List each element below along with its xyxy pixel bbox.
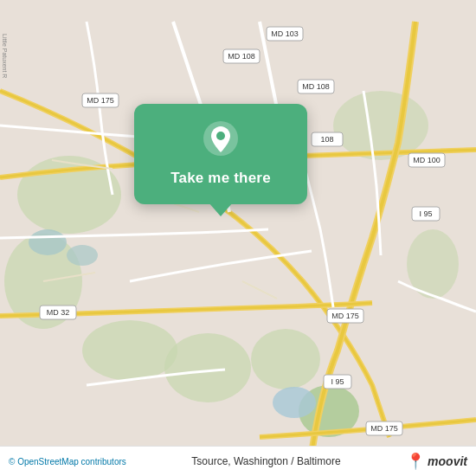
svg-text:MD 100: MD 100 [413, 156, 441, 164]
moovit-pin-icon: 📍 [406, 453, 425, 469]
svg-text:MD 108: MD 108 [228, 52, 255, 61]
osm-link[interactable]: OpenStreetMap contributors [17, 457, 126, 466]
svg-text:MD 175: MD 175 [331, 312, 359, 320]
svg-point-11 [273, 387, 316, 418]
svg-text:108: 108 [320, 135, 333, 144]
bottom-bar: © OpenStreetMap contributors Tsource, Wa… [0, 446, 476, 476]
location-label: Tsource, Washington / Baltimore [191, 455, 340, 467]
svg-point-3 [82, 320, 177, 381]
attribution: © OpenStreetMap contributors [9, 457, 126, 466]
take-me-there-button[interactable]: Take me there [164, 166, 278, 190]
svg-text:MD 175: MD 175 [87, 96, 114, 105]
popup-card: Take me there [134, 104, 307, 204]
location-pin-icon [202, 119, 240, 158]
map-container: MD 103 MD 108 MD 108 MD 175 108 MD 100 I… [0, 0, 476, 476]
svg-point-36 [216, 132, 225, 140]
moovit-brand-text: moovit [428, 454, 467, 468]
map-svg: MD 103 MD 108 MD 108 MD 175 108 MD 100 I… [0, 0, 476, 476]
svg-text:MD 108: MD 108 [302, 82, 330, 91]
svg-text:MD 103: MD 103 [271, 29, 299, 38]
svg-text:Little Patuxent R: Little Patuxent R [2, 34, 8, 78]
svg-text:MD 175: MD 175 [370, 424, 398, 433]
svg-point-5 [251, 329, 320, 389]
svg-point-9 [29, 229, 67, 255]
moovit-logo-area: 📍 moovit [406, 453, 467, 469]
svg-point-10 [67, 245, 98, 266]
svg-text:I 95: I 95 [331, 377, 344, 386]
moovit-logo: 📍 moovit [406, 453, 467, 469]
svg-point-4 [164, 333, 251, 402]
svg-text:I 95: I 95 [419, 209, 432, 218]
svg-text:MD 32: MD 32 [47, 308, 70, 317]
